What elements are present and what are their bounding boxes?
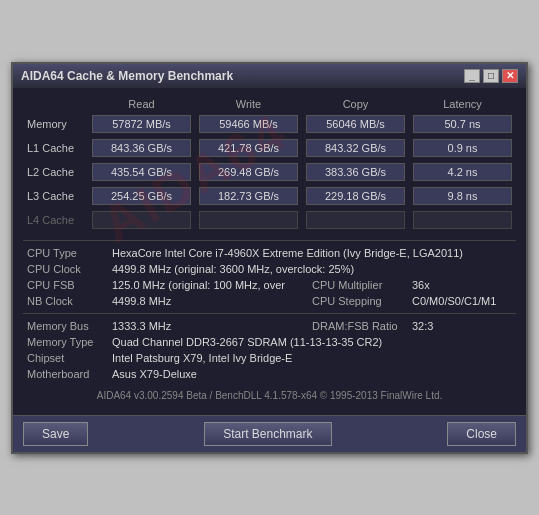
content-wrapper: Read Write Copy Latency Memory 57872 MB/… <box>13 88 526 415</box>
l1-write: 421.78 GB/s <box>199 139 298 157</box>
titlebar: AIDA64 Cache & Memory Benchmark _ □ ✕ <box>13 64 526 88</box>
window-title: AIDA64 Cache & Memory Benchmark <box>21 69 233 83</box>
info-row-motherboard: Motherboard Asus X79-Deluxe <box>23 366 516 382</box>
main-window: AIDA64 Cache & Memory Benchmark _ □ ✕ Re… <box>11 62 528 454</box>
info-row-chipset: Chipset Intel Patsburg X79, Intel Ivy Br… <box>23 350 516 366</box>
divider-2 <box>23 313 516 314</box>
cpu-multiplier-label: CPU Multiplier <box>308 277 408 293</box>
dram-fsb-value: 32:3 <box>408 318 516 334</box>
chipset-value: Intel Patsburg X79, Intel Ivy Bridge-E <box>108 350 516 366</box>
l2-copy: 383.36 GB/s <box>306 163 405 181</box>
info-row-memory-bus: Memory Bus 1333.3 MHz DRAM:FSB Ratio 32:… <box>23 318 516 334</box>
motherboard-label: Motherboard <box>23 366 108 382</box>
l3cache-label: L3 Cache <box>23 184 88 208</box>
cpu-clock-value: 4499.8 MHz (original: 3600 MHz, overcloc… <box>108 261 516 277</box>
info-table: CPU Type HexaCore Intel Core i7-4960X Ex… <box>23 245 516 309</box>
info-row-memory-type: Memory Type Quad Channel DDR3-2667 SDRAM… <box>23 334 516 350</box>
memory-latency: 50.7 ns <box>413 115 512 133</box>
info-row-cpu-clock: CPU Clock 4499.8 MHz (original: 3600 MHz… <box>23 261 516 277</box>
cpu-clock-label: CPU Clock <box>23 261 108 277</box>
l1-read: 843.36 GB/s <box>92 139 191 157</box>
main-content: Read Write Copy Latency Memory 57872 MB/… <box>13 88 526 415</box>
col-header-copy: Copy <box>302 96 409 112</box>
col-header-write: Write <box>195 96 302 112</box>
l4-copy <box>306 211 405 229</box>
info-table-2: Memory Bus 1333.3 MHz DRAM:FSB Ratio 32:… <box>23 318 516 382</box>
memory-copy: 56046 MB/s <box>306 115 405 133</box>
l3-copy: 229.18 GB/s <box>306 187 405 205</box>
l3-write: 182.73 GB/s <box>199 187 298 205</box>
col-header-latency: Latency <box>409 96 516 112</box>
nb-clock-value: 4499.8 MHz <box>108 293 308 309</box>
cpu-fsb-label: CPU FSB <box>23 277 108 293</box>
benchmark-table: Read Write Copy Latency Memory 57872 MB/… <box>23 96 516 232</box>
l4-read <box>92 211 191 229</box>
col-header-label <box>23 96 88 112</box>
close-icon-button[interactable]: ✕ <box>502 69 518 83</box>
cpu-fsb-value: 125.0 MHz (original: 100 MHz, over <box>108 277 308 293</box>
save-button[interactable]: Save <box>23 422 88 446</box>
titlebar-buttons: _ □ ✕ <box>464 69 518 83</box>
l4-latency <box>413 211 512 229</box>
info-row-cpu-fsb: CPU FSB 125.0 MHz (original: 100 MHz, ov… <box>23 277 516 293</box>
table-row: L3 Cache 254.25 GB/s 182.73 GB/s 229.18 … <box>23 184 516 208</box>
l2-write: 269.48 GB/s <box>199 163 298 181</box>
l2-read: 435.54 GB/s <box>92 163 191 181</box>
memory-label: Memory <box>23 112 88 136</box>
cpu-type-label: CPU Type <box>23 245 108 261</box>
l1cache-label: L1 Cache <box>23 136 88 160</box>
table-row: L2 Cache 435.54 GB/s 269.48 GB/s 383.36 … <box>23 160 516 184</box>
close-button[interactable]: Close <box>447 422 516 446</box>
memory-type-value: Quad Channel DDR3-2667 SDRAM (11-13-13-3… <box>108 334 516 350</box>
motherboard-value: Asus X79-Deluxe <box>108 366 516 382</box>
maximize-button[interactable]: □ <box>483 69 499 83</box>
l2cache-label: L2 Cache <box>23 160 88 184</box>
minimize-button[interactable]: _ <box>464 69 480 83</box>
l4cache-label: L4 Cache <box>23 208 88 232</box>
table-row: Memory 57872 MB/s 59466 MB/s 56046 MB/s … <box>23 112 516 136</box>
memory-read: 57872 MB/s <box>92 115 191 133</box>
start-benchmark-button[interactable]: Start Benchmark <box>204 422 331 446</box>
l2-latency: 4.2 ns <box>413 163 512 181</box>
bottom-bar: Save Start Benchmark Close <box>13 415 526 452</box>
info-row-nb-clock: NB Clock 4499.8 MHz CPU Stepping C0/M0/S… <box>23 293 516 309</box>
memory-bus-label: Memory Bus <box>23 318 108 334</box>
cpu-stepping-label: CPU Stepping <box>308 293 408 309</box>
l3-read: 254.25 GB/s <box>92 187 191 205</box>
memory-type-label: Memory Type <box>23 334 108 350</box>
info-row-cpu-type: CPU Type HexaCore Intel Core i7-4960X Ex… <box>23 245 516 261</box>
footer-text: AIDA64 v3.00.2594 Beta / BenchDLL 4.1.57… <box>23 386 516 407</box>
memory-bus-value: 1333.3 MHz <box>108 318 308 334</box>
divider-1 <box>23 240 516 241</box>
l1-latency: 0.9 ns <box>413 139 512 157</box>
dram-fsb-label: DRAM:FSB Ratio <box>308 318 408 334</box>
nb-clock-label: NB Clock <box>23 293 108 309</box>
cpu-type-value: HexaCore Intel Core i7-4960X Extreme Edi… <box>108 245 516 261</box>
memory-write: 59466 MB/s <box>199 115 298 133</box>
table-row: L1 Cache 843.36 GB/s 421.78 GB/s 843.32 … <box>23 136 516 160</box>
cpu-multiplier-value: 36x <box>408 277 516 293</box>
col-header-read: Read <box>88 96 195 112</box>
l1-copy: 843.32 GB/s <box>306 139 405 157</box>
table-row: L4 Cache <box>23 208 516 232</box>
l4-write <box>199 211 298 229</box>
cpu-stepping-value: C0/M0/S0/C1/M1 <box>408 293 516 309</box>
l3-latency: 9.8 ns <box>413 187 512 205</box>
chipset-label: Chipset <box>23 350 108 366</box>
